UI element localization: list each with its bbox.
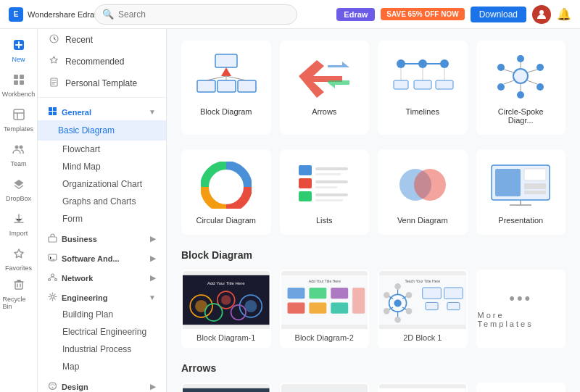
svg-rect-15 — [53, 112, 57, 115]
svg-point-67 — [414, 169, 446, 201]
thumb-block-2-label: Block Diagram-2 — [281, 329, 368, 346]
nav-item-team[interactable]: Team — [3, 139, 35, 171]
nav-item-recycle[interactable]: Recycle Bin — [3, 278, 35, 310]
thumb-2d-block-label: 2D Block 1 — [379, 329, 466, 346]
nav-label-team: Team — [10, 160, 26, 167]
sidebar-section-engineering[interactable]: Engineering ▼ — [38, 286, 166, 306]
sidebar-item-form[interactable]: Form — [38, 210, 166, 228]
svg-rect-104 — [423, 288, 442, 299]
template-card-venn[interactable]: Venn Diagram — [378, 149, 468, 235]
sidebar-item-flowchart[interactable]: Flowchart — [38, 141, 166, 158]
app-logo: E — [9, 7, 23, 22]
svg-point-44 — [517, 55, 524, 62]
nav-item-new[interactable]: New — [3, 35, 35, 67]
arrows-label: Arrows — [312, 107, 336, 116]
sidebar-item-mind-map[interactable]: Mind Map — [38, 158, 166, 175]
nav-label-workbench: Workbench — [2, 91, 35, 98]
nav-item-dropbox[interactable]: DropBox — [3, 174, 35, 206]
thumb-arrow-1[interactable]: Add Your Title Here — [181, 383, 271, 392]
svg-point-43 — [513, 69, 528, 83]
thumb-block-1-label: Block Diagram-1 — [183, 329, 270, 346]
svg-point-99 — [384, 292, 390, 299]
svg-text:Teach Your Title Here: Teach Your Title Here — [405, 279, 440, 283]
sidebar-label-recent: Recent — [65, 35, 93, 45]
nav-item-import[interactable]: Import — [3, 209, 35, 241]
thumb-arrow-3[interactable]: Creating a ... 01 02 03 04 Arrow — [378, 383, 468, 392]
nav-item-workbench[interactable]: Workbench — [3, 70, 35, 101]
nav-item-favorites[interactable]: Favorites — [3, 243, 35, 275]
sidebar-section-general[interactable]: General ▼ — [38, 101, 166, 120]
svg-rect-106 — [444, 288, 463, 299]
search-bar[interactable]: 🔍 — [94, 4, 297, 25]
template-card-timelines[interactable]: Timelines — [378, 41, 468, 135]
template-card-block-diagram[interactable]: Block Diagram — [181, 41, 271, 135]
more-arrows-button[interactable]: ••• — [476, 383, 566, 392]
topbar: E Wondershare EdrawMax 🔍 Edraw SAVE 65% … — [0, 0, 580, 29]
svg-point-8 — [19, 146, 22, 149]
template-card-circular[interactable]: Circular Diagram — [181, 149, 271, 235]
svg-point-0 — [539, 10, 544, 14]
lists-preview — [290, 159, 360, 210]
nav-label-recycle: Recycle Bin — [3, 296, 35, 310]
block-diagram-row: Add Your Title Here Block Diagram-1 — [181, 270, 566, 348]
thumb-block-1[interactable]: Add Your Title Here Block Diagram-1 — [181, 270, 271, 348]
lists-label: Lists — [316, 216, 333, 225]
download-button[interactable]: Download — [471, 7, 526, 22]
sidebar-item-recent[interactable]: Recent — [38, 29, 166, 51]
sidebar-section-business[interactable]: Business ▶ — [38, 228, 166, 247]
svg-line-32 — [226, 76, 246, 80]
venn-label: Venn Diagram — [397, 216, 448, 225]
search-input[interactable] — [118, 9, 289, 20]
svg-point-21 — [51, 296, 54, 299]
sidebar-section-network[interactable]: Network ▶ — [38, 267, 166, 286]
thumb-2d-block[interactable]: Teach Your Title Here — [378, 270, 468, 348]
edraw-badge: Edraw — [336, 8, 375, 21]
svg-point-101 — [384, 308, 390, 314]
circle-spoke-label: Circle-Spoke Diagr... — [486, 107, 556, 125]
software-expand-icon: ▶ — [150, 254, 156, 262]
circle-spoke-preview — [486, 51, 556, 101]
template-card-circle-spoke[interactable]: Circle-Spoke Diagr... — [476, 41, 566, 135]
svg-point-18 — [51, 274, 54, 277]
circular-label: Circular Diagram — [196, 216, 256, 225]
sidebar-item-personal-template[interactable]: Personal Template — [38, 72, 166, 94]
sidebar-item-building-plan[interactable]: Building Plan — [38, 306, 166, 323]
left-nav: New Workbench Templates Team DropBox — [0, 29, 38, 392]
svg-point-103 — [394, 317, 401, 323]
svg-text:Add Your Title Here: Add Your Title Here — [308, 279, 340, 283]
thumb-block-2[interactable]: Add Your Title Here Block Diagram-2 — [280, 270, 370, 348]
sidebar-item-org-chart[interactable]: Organizational Chart — [38, 175, 166, 193]
nav-label-import: Import — [9, 230, 28, 237]
notification-icon[interactable]: 🔔 — [557, 7, 571, 21]
avatar[interactable] — [532, 5, 551, 24]
svg-rect-87 — [287, 288, 304, 299]
general-icon — [48, 107, 57, 117]
sidebar-item-basic-diagram[interactable]: Basic Diagram — [38, 120, 166, 141]
sidebar-section-software[interactable]: Software And... ▶ — [38, 247, 166, 267]
sidebar-item-electrical[interactable]: Electrical Engineering — [38, 323, 166, 341]
svg-rect-91 — [331, 288, 348, 299]
sidebar-item-industrial[interactable]: Industrial Process — [38, 341, 166, 358]
sidebar-section-design[interactable]: Design ▶ — [38, 375, 166, 392]
bottom-template-grid: Circular Diagram — [181, 149, 566, 235]
import-icon — [12, 212, 25, 228]
sidebar-item-graphs[interactable]: Graphs and Charts — [38, 193, 166, 210]
recycle-icon — [12, 278, 25, 294]
sidebar-item-map[interactable]: Map — [38, 358, 166, 375]
template-card-presentation[interactable]: Presentation — [476, 149, 566, 235]
template-card-lists[interactable]: Lists — [280, 149, 370, 235]
sidebar-item-recommended[interactable]: Recommended — [38, 51, 166, 72]
svg-rect-69 — [495, 169, 521, 196]
nav-item-templates[interactable]: Templates — [3, 104, 35, 136]
svg-rect-92 — [331, 302, 348, 313]
content-area: Block Diagram Arrows — [167, 29, 580, 392]
save-badge[interactable]: SAVE 65% OFF NOW — [381, 8, 464, 20]
svg-text:Add Your Title Here: Add Your Title Here — [207, 281, 245, 285]
thumb-arrow-2[interactable]: Edit Your Title Here Arrow Template 2 — [280, 383, 370, 392]
more-templates-button[interactable]: ••• More Templates — [476, 270, 566, 348]
network-expand-icon: ▶ — [150, 274, 156, 282]
section-title-block: Block Diagram — [181, 249, 566, 261]
template-card-arrows[interactable]: Arrows — [280, 41, 370, 135]
svg-marker-26 — [221, 67, 231, 76]
topbar-right: Edraw SAVE 65% OFF NOW Download 🔔 — [336, 5, 571, 24]
